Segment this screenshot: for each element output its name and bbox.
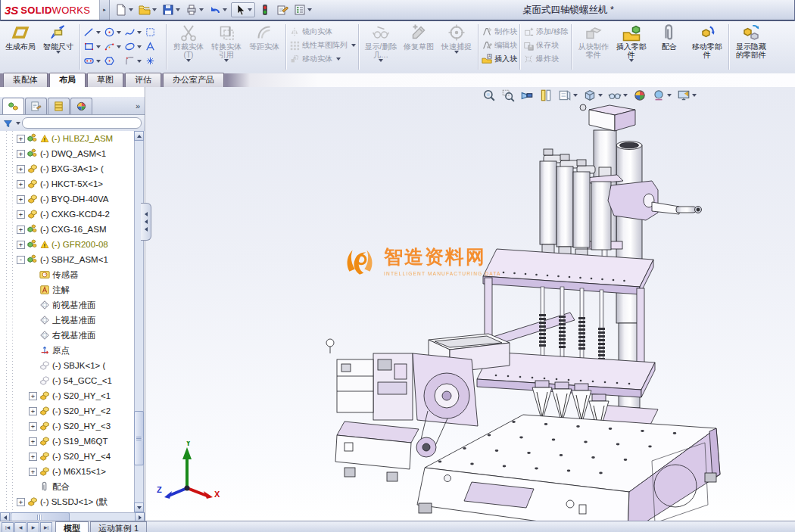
tree-expander[interactable]: +	[17, 210, 25, 219]
menu-flyout-button[interactable]: ▸	[100, 0, 110, 20]
ribbon-button-智能尺寸[interactable]: 智能尺寸	[39, 23, 77, 54]
tree-expander[interactable]: +	[29, 407, 37, 415]
tree-expander[interactable]: +	[29, 422, 37, 431]
last-study-button[interactable]: ▶|	[40, 522, 52, 532]
tree-item-s20-hy-3[interactable]: +(-) S20_HY_<3	[0, 418, 145, 434]
tree-expander[interactable]: +	[17, 135, 25, 143]
sketch-text-button[interactable]	[145, 39, 164, 54]
ribbon-button-生成布局[interactable]: 生成布局	[2, 23, 39, 51]
display-style-button[interactable]	[583, 89, 603, 102]
tree-item-gfr200-08[interactable]: +(-) GFR200-08	[0, 237, 145, 252]
ribbon-tab-评估[interactable]: 评估	[125, 73, 161, 87]
study-tab-模型[interactable]: 模型	[55, 521, 89, 532]
tree-item-s20-hy-2[interactable]: +(-) S20_HY_<2	[0, 403, 145, 418]
tree-expander[interactable]: -	[17, 256, 25, 264]
vertical-scroll-thumb[interactable]	[134, 411, 144, 465]
tree-item-s20-hy-4[interactable]: +(-) S20_HY_<4	[0, 449, 145, 464]
tree-vertical-scrollbar[interactable]	[134, 131, 145, 512]
section-view-button[interactable]	[539, 89, 553, 102]
tree-filter-input[interactable]	[22, 117, 142, 129]
tree-item-bxg-3a-1[interactable]: +(-) BXG-3A<1> (	[0, 161, 145, 176]
tree-item-byq-dh-40va[interactable]: +(-) BYQ-DH-40VA	[0, 191, 145, 207]
hide-show-items-button[interactable]	[608, 89, 628, 102]
tree-item-前视基准面[interactable]: 前视基准面	[0, 297, 145, 313]
tree-item-原点[interactable]: 原点	[0, 343, 145, 358]
sketch-arc-button[interactable]	[104, 39, 123, 54]
view-orientation-button[interactable]	[558, 89, 578, 102]
ribbon-tab-装配体[interactable]: 装配体	[3, 73, 48, 87]
tree-item-上视基准面[interactable]: 上视基准面	[0, 313, 145, 328]
ribbon-tab-布局[interactable]: 布局	[49, 73, 86, 87]
apply-scene-button[interactable]	[652, 89, 672, 102]
tree-item-cxg-16-asm[interactable]: +(-) CXG-16_ASM	[0, 222, 145, 237]
zoom-to-area-button[interactable]	[501, 89, 515, 102]
edit-appearance-button[interactable]	[633, 89, 647, 102]
undo-button[interactable]	[207, 2, 229, 17]
tree-expander[interactable]: +	[17, 498, 25, 506]
sketch-spline-button[interactable]	[124, 25, 143, 39]
tree-item-右视基准面[interactable]: 右视基准面	[0, 328, 145, 343]
assembly-model-canvas[interactable]	[146, 87, 795, 521]
tree-item-配合[interactable]: 配合	[0, 479, 145, 494]
scroll-down-button[interactable]	[134, 502, 144, 512]
tree-item-dwq-asm-1[interactable]: +(-) DWQ_ASM<1	[0, 146, 145, 161]
zoom-to-selection-button[interactable]	[520, 89, 534, 102]
open-button[interactable]	[137, 2, 158, 17]
tree-expander[interactable]: +	[17, 150, 25, 158]
next-study-button[interactable]: ▶	[27, 522, 39, 532]
tree-expander[interactable]: +	[17, 180, 25, 188]
tree-expander[interactable]: +	[17, 165, 25, 173]
ribbon-button-移动零部件[interactable]: 移动零部件	[688, 23, 726, 60]
panel-tab-display-manager[interactable]	[70, 98, 92, 114]
panel-collapse-splitter[interactable]	[141, 203, 151, 241]
tree-expander[interactable]: +	[29, 453, 37, 461]
panel-tab-featuremanager-tree[interactable]	[2, 98, 24, 114]
sketch-circle-button[interactable]	[104, 25, 123, 39]
model-base[interactable]	[417, 415, 720, 521]
ribbon-button-插入零部件[interactable]: 插入零部件	[613, 23, 650, 63]
tree-item-s19-m6qt[interactable]: +(-) S19_M6QT	[0, 434, 145, 449]
ribbon-button-显示隐藏的零部件[interactable]: 显示隐藏的零部件	[732, 23, 770, 60]
first-study-button[interactable]: |◀	[2, 522, 14, 532]
panel-tab-configuration-manager[interactable]	[48, 98, 70, 114]
tree-item-s20-hy-1[interactable]: +(-) S20_HY_<1	[0, 388, 145, 403]
save-button[interactable]	[161, 2, 182, 17]
panel-tab-property-manager[interactable]	[25, 98, 47, 114]
tree-expander[interactable]: +	[29, 392, 37, 400]
sketch-slot-button[interactable]	[83, 54, 102, 68]
prev-study-button[interactable]: ◀	[14, 522, 26, 532]
sketch-polygon-button[interactable]	[104, 54, 123, 68]
tree-item-slsdj-1-默[interactable]: +(-) SLSDJ<1> (默	[0, 494, 145, 509]
sketch-ellipse-button[interactable]	[124, 39, 143, 54]
tree-item-sbhz-asm-1[interactable]: -(-) SBHZ_ASM<1	[0, 252, 145, 267]
tree-item-54-gcc-1[interactable]: (-) 54_GCC_<1	[0, 373, 145, 388]
rebuild-traffic-light-button[interactable]	[257, 2, 273, 17]
tree-expander[interactable]: +	[29, 437, 37, 446]
tree-item-hkct-5x-1[interactable]: +(-) HKCT-5X<1>	[0, 176, 145, 191]
tree-item-m6x15-1[interactable]: +(-) M6X15<1>	[0, 464, 145, 479]
study-tab-运动算例-1[interactable]: 运动算例 1	[90, 521, 147, 532]
select-button[interactable]	[231, 2, 255, 17]
filter-dropdown-icon[interactable]	[16, 122, 20, 125]
view-settings-button[interactable]	[677, 89, 697, 102]
graphics-viewport[interactable]: 智造资料网 INTELLIGENT MANUFACTURING DATA Y X…	[146, 87, 795, 521]
options-button[interactable]	[292, 2, 313, 17]
sketch-line-button[interactable]	[83, 25, 102, 39]
tree-item-hlbzj-asm[interactable]: +(-) HLBZJ_ASM	[0, 131, 145, 146]
new-document-button[interactable]	[114, 2, 135, 17]
ribbon-button-插入块[interactable]: A插入块	[482, 53, 517, 64]
scroll-up-button[interactable]	[134, 131, 144, 141]
sketch-shaded-region-button[interactable]	[145, 25, 164, 39]
ribbon-tab-办公室产品[interactable]: 办公室产品	[163, 73, 224, 87]
ribbon-tab-草图[interactable]: 草图	[87, 73, 123, 87]
sketch-point-button[interactable]	[145, 54, 164, 68]
filter-funnel-icon[interactable]	[3, 117, 13, 128]
sketch-fillet-button[interactable]	[124, 54, 143, 68]
tree-item-传感器[interactable]: 传感器	[0, 267, 145, 282]
tree-expander[interactable]: +	[17, 195, 25, 204]
tree-expander[interactable]: +	[17, 226, 25, 234]
tree-expander[interactable]: +	[29, 468, 37, 476]
panel-overflow-button[interactable]: »	[136, 101, 140, 110]
sketch-rectangle-button[interactable]	[83, 39, 102, 54]
tree-item-cxkg-kcd4-2[interactable]: +(-) CXKG-KCD4-2	[0, 207, 145, 222]
